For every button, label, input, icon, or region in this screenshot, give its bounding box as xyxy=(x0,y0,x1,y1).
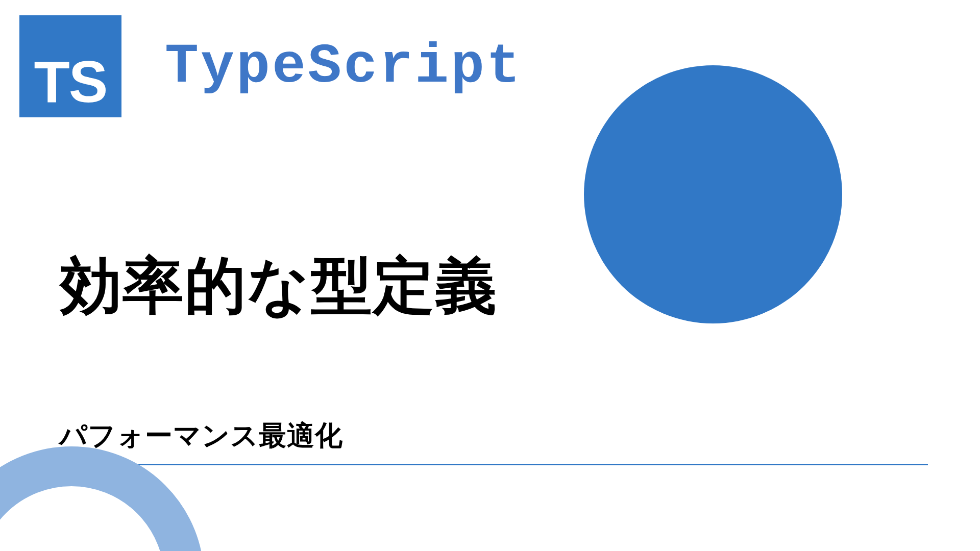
decorative-circle-solid xyxy=(584,65,842,323)
slide-title: 効率的な型定義 xyxy=(60,245,498,328)
slide-subtitle: パフォーマンス最適化 xyxy=(59,417,928,464)
logo-container: TS TypeScript xyxy=(19,15,522,117)
subtitle-area: パフォーマンス最適化 xyxy=(59,417,928,465)
typescript-logo-badge: TS xyxy=(19,15,121,117)
divider-line xyxy=(59,464,928,465)
brand-name: TypeScript xyxy=(165,35,522,98)
logo-badge-text: TS xyxy=(34,53,107,111)
